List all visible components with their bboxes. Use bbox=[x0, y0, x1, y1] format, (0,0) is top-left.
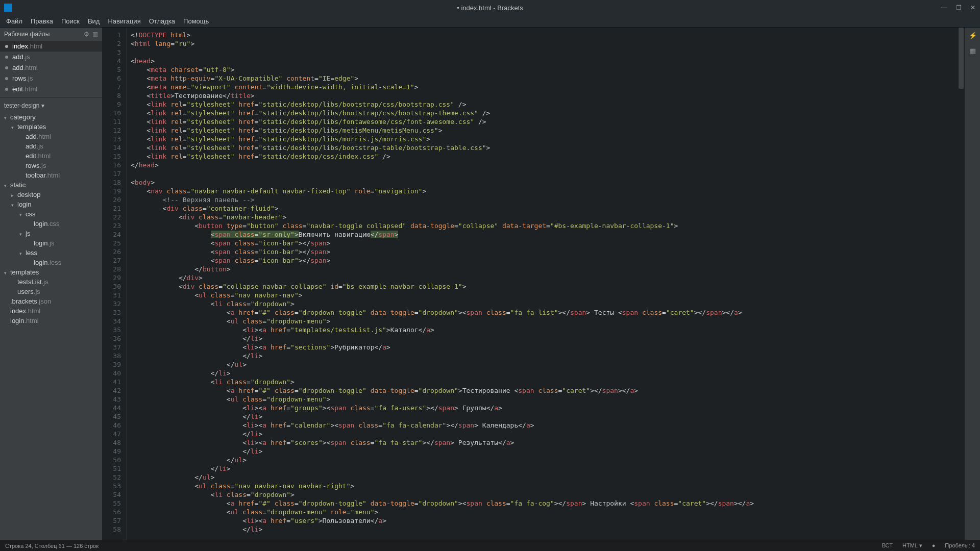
status-encoding[interactable]: ВСТ bbox=[882, 542, 893, 548]
menu-Помощь[interactable]: Помощь bbox=[179, 15, 213, 28]
live-preview-icon[interactable]: ⚡ bbox=[965, 28, 980, 43]
tree-item[interactable]: rows.js bbox=[0, 161, 102, 170]
scrollbar-thumb[interactable] bbox=[959, 28, 964, 89]
working-file[interactable]: index.html bbox=[0, 41, 102, 52]
status-cursor: Строка 24, Столбец 61 — 126 строк bbox=[5, 543, 99, 549]
status-language[interactable]: HTML ▾ bbox=[902, 542, 922, 548]
app-logo bbox=[4, 4, 12, 12]
tree-item[interactable]: index.html bbox=[0, 306, 102, 316]
split-icon[interactable]: ▥ bbox=[92, 31, 98, 38]
tree-item[interactable]: login.css bbox=[0, 219, 102, 229]
gutter: 1234567891011121314151617181920212223242… bbox=[102, 28, 127, 540]
close-button[interactable]: ✕ bbox=[966, 1, 980, 15]
menu-Навигация[interactable]: Навигация bbox=[104, 15, 144, 28]
tree-item[interactable]: ▾js bbox=[0, 229, 102, 238]
tree-item[interactable]: testsList.js bbox=[0, 277, 102, 287]
project-title[interactable]: tester-design ▾ bbox=[0, 97, 102, 111]
status-spaces[interactable]: Пробелы: 4 bbox=[945, 542, 975, 548]
editor[interactable]: 1234567891011121314151617181920212223242… bbox=[102, 28, 980, 540]
tree-item[interactable]: login.less bbox=[0, 258, 102, 267]
working-file[interactable]: add.js bbox=[0, 52, 102, 62]
file-tree: ▾category▾templatesadd.htmladd.jsedit.ht… bbox=[0, 111, 102, 330]
menu-Вид[interactable]: Вид bbox=[84, 15, 104, 28]
window-title: • index.html - Brackets bbox=[457, 4, 523, 12]
extensions-icon[interactable]: ▦ bbox=[965, 43, 980, 58]
tree-item[interactable]: ▾category bbox=[0, 112, 102, 122]
working-file[interactable]: edit.html bbox=[0, 84, 102, 94]
minimize-button[interactable]: — bbox=[937, 1, 951, 15]
sidebar: Рабочие файлы ⚙▥ index.htmladd.jsadd.htm… bbox=[0, 28, 102, 540]
tree-item[interactable]: ▾less bbox=[0, 248, 102, 258]
tree-item[interactable]: ▾static bbox=[0, 180, 102, 190]
right-rail: ⚡ ▦ bbox=[965, 28, 980, 540]
tree-item[interactable]: login.html bbox=[0, 316, 102, 325]
tree-item[interactable]: add.html bbox=[0, 132, 102, 141]
statusbar: Строка 24, Столбец 61 — 126 строк ВСТ HT… bbox=[0, 540, 980, 551]
titlebar: • index.html - Brackets — ❐ ✕ bbox=[0, 0, 980, 15]
tree-item[interactable]: edit.html bbox=[0, 151, 102, 161]
code-area[interactable]: <!DOCTYPE html> <html lang="ru"> <head> … bbox=[127, 28, 965, 540]
menu-Файл[interactable]: Файл bbox=[2, 15, 27, 28]
tree-item[interactable]: login.js bbox=[0, 238, 102, 248]
menu-Правка[interactable]: Правка bbox=[27, 15, 57, 28]
tree-item[interactable]: .brackets.json bbox=[0, 296, 102, 306]
menu-Поиск[interactable]: Поиск bbox=[57, 15, 84, 28]
tree-item[interactable]: ▾login bbox=[0, 199, 102, 209]
menubar: ФайлПравкаПоискВидНавигацияОтладкаПомощь bbox=[0, 15, 980, 28]
working-file[interactable]: add.html bbox=[0, 62, 102, 73]
tree-item[interactable]: add.js bbox=[0, 141, 102, 151]
working-files-label: Рабочие файлы bbox=[4, 31, 50, 38]
scrollbar-vertical[interactable] bbox=[958, 28, 965, 540]
status-lint[interactable]: ● bbox=[932, 542, 936, 548]
working-files-header: Рабочие файлы ⚙▥ bbox=[0, 28, 102, 41]
tree-item[interactable]: users.js bbox=[0, 287, 102, 296]
menu-Отладка[interactable]: Отладка bbox=[145, 15, 179, 28]
maximize-button[interactable]: ❐ bbox=[951, 1, 966, 15]
gear-icon[interactable]: ⚙ bbox=[84, 31, 89, 38]
tree-item[interactable]: ▾templates bbox=[0, 267, 102, 277]
tree-item[interactable]: ▸desktop bbox=[0, 190, 102, 199]
tree-item[interactable]: ▾css bbox=[0, 209, 102, 219]
working-file[interactable]: rows.js bbox=[0, 73, 102, 84]
tree-item[interactable]: toolbar.html bbox=[0, 170, 102, 180]
working-files-list: index.htmladd.jsadd.htmlrows.jsedit.html bbox=[0, 41, 102, 94]
tree-item[interactable]: ▾templates bbox=[0, 122, 102, 132]
